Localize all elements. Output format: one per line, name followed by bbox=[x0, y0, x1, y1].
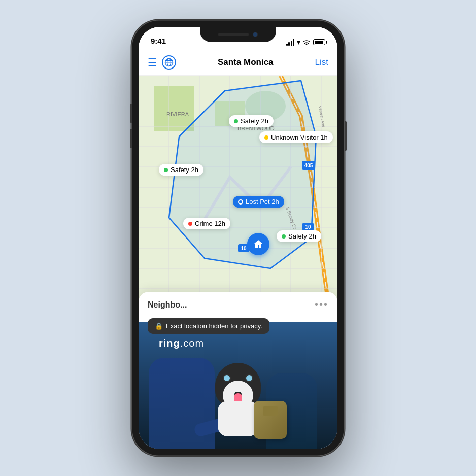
list-button[interactable]: List bbox=[315, 57, 328, 67]
map-label-lost-pet[interactable]: Lost Pet 2h bbox=[233, 196, 284, 208]
app-header: ☰ Santa Monica List bbox=[139, 49, 337, 76]
battery-icon bbox=[313, 39, 325, 45]
status-time: 9:41 bbox=[151, 37, 166, 46]
ring-brand: ring.com bbox=[159, 337, 204, 349]
safety1-text: Safety 2h bbox=[241, 117, 268, 125]
header-title: Santa Monica bbox=[218, 57, 274, 67]
globe-icon[interactable] bbox=[162, 55, 176, 70]
safety2-text: Safety 2h bbox=[171, 166, 198, 174]
notch-speaker bbox=[218, 33, 249, 36]
vol-up-button bbox=[130, 104, 132, 123]
phone-screen: 9:41 ▾ bbox=[139, 27, 337, 449]
map-area[interactable]: S Bundy Dr Veteran Ave 405 10 10 RIVIERA… bbox=[139, 76, 337, 324]
card-title: Neighbo... bbox=[148, 300, 187, 310]
person-left bbox=[149, 358, 215, 449]
bottom-card: Neighbo... ••• 🔒 Exact location hidden f… bbox=[139, 292, 337, 449]
svg-text:RIVIERA: RIVIERA bbox=[166, 111, 189, 117]
dot-green-safety1 bbox=[234, 119, 238, 123]
privacy-text: Exact location hidden for privacy. bbox=[166, 322, 262, 330]
map-label-safety2[interactable]: Safety 2h bbox=[159, 164, 203, 176]
notch-camera bbox=[253, 32, 258, 37]
card-image: ring.com bbox=[139, 322, 337, 449]
crime-text: Crime 12h bbox=[195, 220, 225, 227]
card-more-dots[interactable]: ••• bbox=[315, 299, 328, 311]
wifi-icon: ▾ bbox=[297, 38, 311, 46]
status-icons: ▾ bbox=[286, 38, 325, 46]
dot-green-safety3 bbox=[282, 234, 286, 239]
map-label-crime[interactable]: Crime 12h bbox=[183, 218, 230, 229]
svg-rect-6 bbox=[154, 86, 194, 131]
svg-text:10: 10 bbox=[305, 224, 311, 230]
phone-wrapper: 9:41 ▾ bbox=[131, 20, 345, 456]
vol-down-button bbox=[130, 129, 132, 148]
svg-text:405: 405 bbox=[304, 163, 313, 168]
hamburger-icon[interactable]: ☰ bbox=[148, 57, 157, 67]
dot-red-crime bbox=[188, 222, 192, 226]
power-button bbox=[345, 121, 347, 151]
lost-pet-text: Lost Pet 2h bbox=[246, 198, 279, 206]
dot-white-pet bbox=[238, 199, 243, 205]
unknown-visitor-text: Unknown Visitor 1h bbox=[271, 133, 328, 141]
map-label-unknown-visitor[interactable]: Unknown Visitor 1h bbox=[259, 131, 333, 143]
svg-text:10: 10 bbox=[241, 246, 247, 251]
home-pin[interactable] bbox=[247, 233, 269, 255]
lock-icon: 🔒 bbox=[155, 322, 163, 330]
map-label-safety3[interactable]: Safety 2h bbox=[277, 230, 321, 242]
privacy-tooltip: 🔒 Exact location hidden for privacy. bbox=[148, 318, 269, 334]
safety3-text: Safety 2h bbox=[288, 232, 316, 240]
card-header: Neighbo... ••• bbox=[139, 292, 337, 316]
dot-green-safety2 bbox=[164, 168, 168, 172]
notch bbox=[200, 27, 276, 42]
signal-bars-icon bbox=[286, 39, 295, 46]
dot-yellow-visitor bbox=[264, 135, 268, 140]
bag bbox=[254, 401, 287, 439]
map-label-safety1[interactable]: Safety 2h bbox=[229, 115, 274, 127]
